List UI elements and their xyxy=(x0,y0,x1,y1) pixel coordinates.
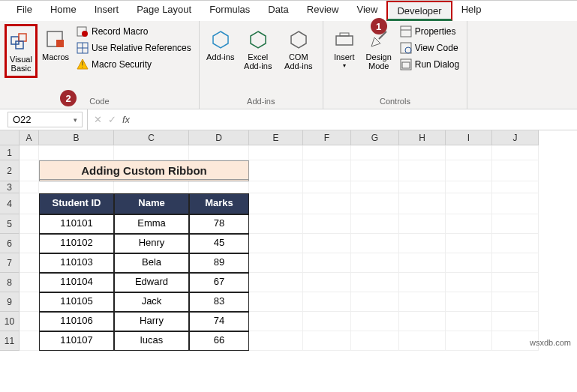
table-cell[interactable]: 66 xyxy=(189,331,249,351)
cell-F5[interactable] xyxy=(303,214,351,234)
col-header-I[interactable]: I xyxy=(446,130,492,145)
col-header-A[interactable]: A xyxy=(20,130,39,145)
tab-review[interactable]: Review xyxy=(298,1,348,21)
tab-formulas[interactable]: Formulas xyxy=(200,1,259,21)
cell-B3[interactable] xyxy=(39,181,114,193)
name-box[interactable]: O22 ▾ xyxy=(8,112,83,127)
row-header-1[interactable]: 1 xyxy=(0,145,20,160)
cell-E4[interactable] xyxy=(249,193,303,214)
table-header[interactable]: Marks xyxy=(189,193,249,214)
cell-F9[interactable] xyxy=(303,292,351,312)
row-header-10[interactable]: 10 xyxy=(0,312,20,331)
table-cell[interactable]: Emma xyxy=(114,214,189,234)
cell-I10[interactable] xyxy=(446,312,492,331)
record-macro-button[interactable]: Record Macro xyxy=(74,24,194,39)
cell-H6[interactable] xyxy=(399,234,446,253)
col-header-D[interactable]: D xyxy=(189,130,249,145)
table-cell[interactable]: Harry xyxy=(114,312,189,331)
table-cell[interactable]: 110102 xyxy=(39,234,114,253)
cell-B1[interactable] xyxy=(39,145,114,160)
tab-help[interactable]: Help xyxy=(452,1,491,21)
cell-H11[interactable] xyxy=(399,331,446,351)
cell-E3[interactable] xyxy=(249,181,303,193)
cell-G5[interactable] xyxy=(351,214,399,234)
tab-data[interactable]: Data xyxy=(259,1,297,21)
cell-C1[interactable] xyxy=(114,145,189,160)
insert-control-button[interactable]: Insert ▾ xyxy=(328,24,361,73)
cell-F6[interactable] xyxy=(303,234,351,253)
cell-E11[interactable] xyxy=(249,331,303,351)
cell-A6[interactable] xyxy=(20,234,39,253)
cell-F8[interactable] xyxy=(303,273,351,292)
table-cell[interactable]: Bela xyxy=(114,253,189,273)
addins-button[interactable]: Add-ins xyxy=(204,24,237,64)
cell-I2[interactable] xyxy=(446,160,492,181)
cell-G1[interactable] xyxy=(351,145,399,160)
cell-G8[interactable] xyxy=(351,273,399,292)
table-cell[interactable]: 67 xyxy=(189,273,249,292)
table-cell[interactable]: 74 xyxy=(189,312,249,331)
table-header[interactable]: Name xyxy=(114,193,189,214)
table-cell[interactable]: 89 xyxy=(189,253,249,273)
cell-J8[interactable] xyxy=(492,273,539,292)
cell-A2[interactable] xyxy=(20,160,39,181)
cell-H8[interactable] xyxy=(399,273,446,292)
cell-A8[interactable] xyxy=(20,273,39,292)
cell-G3[interactable] xyxy=(351,181,399,193)
cell-H7[interactable] xyxy=(399,253,446,273)
cell-I1[interactable] xyxy=(446,145,492,160)
cell-J1[interactable] xyxy=(492,145,539,160)
col-header-C[interactable]: C xyxy=(114,130,189,145)
cell-H5[interactable] xyxy=(399,214,446,234)
col-header-F[interactable]: F xyxy=(303,130,351,145)
table-cell[interactable]: Jack xyxy=(114,292,189,312)
row-header-3[interactable]: 3 xyxy=(0,181,20,193)
row-header-11[interactable]: 11 xyxy=(0,331,20,351)
cell-A7[interactable] xyxy=(20,253,39,273)
cell-A11[interactable] xyxy=(20,331,39,351)
cell-E7[interactable] xyxy=(249,253,303,273)
visual-basic-button[interactable]: Visual Basic xyxy=(5,24,38,78)
table-cell[interactable]: 110103 xyxy=(39,253,114,273)
cell-G2[interactable] xyxy=(351,160,399,181)
cell-F4[interactable] xyxy=(303,193,351,214)
cell-A4[interactable] xyxy=(20,193,39,214)
cell-D1[interactable] xyxy=(189,145,249,160)
cell-D3[interactable] xyxy=(189,181,249,193)
col-header-B[interactable]: B xyxy=(39,130,114,145)
cell-E5[interactable] xyxy=(249,214,303,234)
cell-F3[interactable] xyxy=(303,181,351,193)
cell-F7[interactable] xyxy=(303,253,351,273)
cell-I9[interactable] xyxy=(446,292,492,312)
macros-button[interactable]: Macros xyxy=(39,24,72,64)
col-header-E[interactable]: E xyxy=(249,130,303,145)
cell-J3[interactable] xyxy=(492,181,539,193)
row-header-6[interactable]: 6 xyxy=(0,234,20,253)
cell-I5[interactable] xyxy=(446,214,492,234)
table-cell[interactable]: lucas xyxy=(114,331,189,351)
tab-developer[interactable]: Developer xyxy=(386,1,452,21)
cell-J10[interactable] xyxy=(492,312,539,331)
row-header-2[interactable]: 2 xyxy=(0,160,20,181)
tab-home[interactable]: Home xyxy=(41,1,86,21)
cell-I3[interactable] xyxy=(446,181,492,193)
cell-F2[interactable] xyxy=(303,160,351,181)
table-cell[interactable]: 110106 xyxy=(39,312,114,331)
table-cell[interactable]: 110105 xyxy=(39,292,114,312)
tab-file[interactable]: File xyxy=(8,1,41,21)
cell-I11[interactable] xyxy=(446,331,492,351)
cell-H4[interactable] xyxy=(399,193,446,214)
cell-F1[interactable] xyxy=(303,145,351,160)
cell-E8[interactable] xyxy=(249,273,303,292)
table-cell[interactable]: 110101 xyxy=(39,214,114,234)
cell-A10[interactable] xyxy=(20,312,39,331)
table-cell[interactable]: Henry xyxy=(114,234,189,253)
cell-F10[interactable] xyxy=(303,312,351,331)
cell-I6[interactable] xyxy=(446,234,492,253)
cancel-icon[interactable]: ✕ xyxy=(94,114,102,125)
cell-E1[interactable] xyxy=(249,145,303,160)
select-all-corner[interactable] xyxy=(0,130,20,145)
cell-H10[interactable] xyxy=(399,312,446,331)
cell-C3[interactable] xyxy=(114,181,189,193)
tab-insert[interactable]: Insert xyxy=(86,1,128,21)
